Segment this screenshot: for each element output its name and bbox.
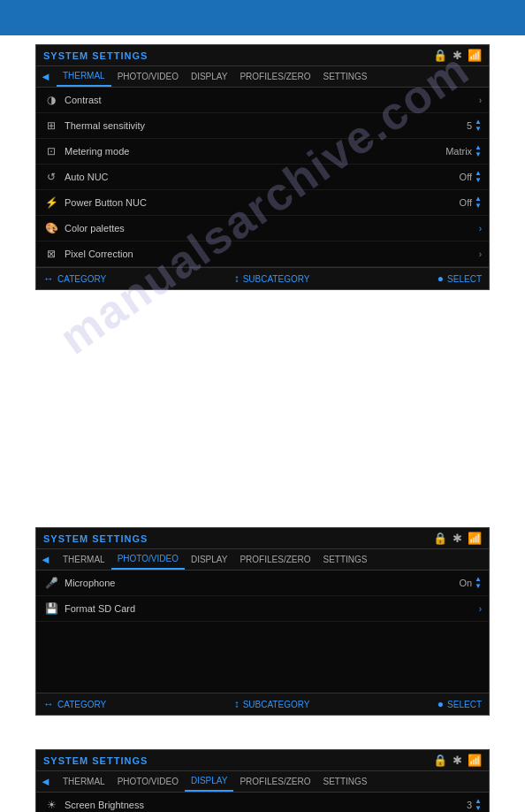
panel1-icons: 🔒 ✱ 📶 — [433, 49, 482, 62]
updown-icon: ▲▼ — [475, 119, 482, 133]
contrast-label: Contrast — [65, 95, 479, 105]
panel-photo-video: SYSTEM SETTINGS 🔒 ✱ 📶 ◄ THERMAL PHOTO/VI… — [35, 527, 490, 716]
power-button-nuc-value: Off ▲▼ — [460, 195, 482, 210]
menu-screen-brightness[interactable]: ☀ Screen Brightness 3 ▲▼ — [36, 793, 489, 812]
metering-mode-label: Metering mode — [65, 146, 445, 157]
tab-thermal[interactable]: THERMAL — [57, 66, 111, 87]
panel1-title: SYSTEM SETTINGS — [43, 50, 148, 61]
back-arrow[interactable]: ◄ — [40, 553, 51, 566]
footer-select: ● SELECT — [438, 272, 482, 285]
large-spacer-1 — [0, 306, 525, 527]
panel2-tabs: ◄ THERMAL PHOTO/VIDEO DISPLAY PROFILES/Z… — [36, 549, 489, 571]
menu-color-palettes[interactable]: 🎨 Color palettes › — [36, 216, 489, 241]
screen-brightness-value: 3 ▲▼ — [467, 798, 482, 812]
tab-display[interactable]: DISPLAY — [185, 550, 234, 569]
thermal-sensitivity-icon: ⊞ — [43, 118, 59, 134]
lock-icon: 🔒 — [433, 754, 447, 767]
menu-auto-nuc[interactable]: ↺ Auto NUC Off ▲▼ — [36, 165, 489, 190]
menu-pixel-correction[interactable]: ⊠ Pixel Correction › — [36, 241, 489, 267]
footer-subcategory: ↕ SUBCATEGORY — [234, 272, 310, 285]
panel-thermal: SYSTEM SETTINGS 🔒 ✱ 📶 ◄ THERMAL PHOTO/VI… — [35, 44, 490, 290]
color-palettes-icon: 🎨 — [43, 220, 59, 236]
wifi-icon: 📶 — [468, 49, 482, 62]
contrast-icon: ◑ — [43, 92, 59, 108]
contrast-arrow: › — [479, 96, 482, 105]
bluetooth-icon: ✱ — [453, 49, 462, 62]
tab-display[interactable]: DISPLAY — [185, 771, 234, 792]
back-arrow[interactable]: ◄ — [40, 70, 51, 83]
screen-brightness-label: Screen Brightness — [65, 800, 467, 810]
bluetooth-icon: ✱ — [453, 754, 462, 767]
tab-photo-video[interactable]: PHOTO/VIDEO — [111, 67, 185, 86]
tab-photo-video[interactable]: PHOTO/VIDEO — [111, 772, 185, 791]
tab-thermal[interactable]: THERMAL — [57, 550, 111, 569]
panel1-header: SYSTEM SETTINGS 🔒 ✱ 📶 — [36, 45, 489, 66]
tab-settings[interactable]: SETTINGS — [316, 67, 373, 86]
power-button-nuc-label: Power Button NUC — [65, 197, 460, 208]
microphone-icon: 🎤 — [43, 575, 59, 591]
menu-metering-mode[interactable]: ⊡ Metering mode Matrix ▲▼ — [36, 139, 489, 165]
tab-display[interactable]: DISPLAY — [185, 67, 234, 86]
screen-brightness-icon: ☀ — [43, 797, 59, 812]
select-label: SELECT — [447, 700, 482, 709]
panel-display: SYSTEM SETTINGS 🔒 ✱ 📶 ◄ THERMAL PHOTO/VI… — [35, 749, 490, 812]
auto-nuc-value: Off ▲▼ — [460, 170, 482, 184]
wifi-icon: 📶 — [468, 754, 482, 767]
panel1-footer: ↔ CATEGORY ↕ SUBCATEGORY ● SELECT — [36, 267, 489, 289]
subcategory-label: SUBCATEGORY — [243, 700, 310, 709]
menu-power-button-nuc[interactable]: ⚡ Power Button NUC Off ▲▼ — [36, 190, 489, 216]
select-icon: ● — [438, 698, 444, 710]
panel2-footer: ↔ CATEGORY ↕ SUBCATEGORY ● SELECT — [36, 693, 489, 715]
auto-nuc-icon: ↺ — [43, 169, 59, 185]
subcategory-label: SUBCATEGORY — [243, 274, 310, 284]
color-palettes-label: Color palettes — [65, 223, 479, 234]
auto-nuc-label: Auto NUC — [65, 172, 460, 182]
microphone-label: Microphone — [65, 578, 459, 588]
bluetooth-icon: ✱ — [453, 532, 462, 545]
tab-profiles-zero[interactable]: PROFILES/ZERO — [233, 550, 316, 569]
metering-mode-value: Matrix ▲▼ — [445, 144, 482, 158]
panel2-title: SYSTEM SETTINGS — [43, 533, 148, 544]
panel3-title: SYSTEM SETTINGS — [43, 755, 148, 766]
category-icon: ↔ — [43, 698, 54, 710]
tab-thermal[interactable]: THERMAL — [57, 772, 111, 791]
thermal-sensitivity-label: Thermal sensitivity — [65, 120, 467, 131]
category-label: CATEGORY — [57, 274, 106, 284]
tab-profiles-zero[interactable]: PROFILES/ZERO — [233, 772, 316, 791]
updown-icon: ▲▼ — [475, 576, 482, 590]
lock-icon: 🔒 — [433, 49, 447, 62]
tab-profiles-zero[interactable]: PROFILES/ZERO — [233, 67, 316, 86]
footer-select: ● SELECT — [438, 698, 482, 710]
top-blue-bar — [0, 0, 525, 35]
tab-photo-video[interactable]: PHOTO/VIDEO — [111, 549, 185, 570]
menu-contrast[interactable]: ◑ Contrast › — [36, 88, 489, 113]
menu-thermal-sensitivity[interactable]: ⊞ Thermal sensitivity 5 ▲▼ — [36, 113, 489, 139]
panel3-header: SYSTEM SETTINGS 🔒 ✱ 📶 — [36, 750, 489, 771]
updown-icon: ▲▼ — [475, 195, 482, 210]
select-icon: ● — [438, 272, 444, 285]
color-palettes-arrow: › — [479, 224, 482, 234]
updown-icon: ▲▼ — [475, 170, 482, 184]
wifi-icon: 📶 — [468, 532, 482, 545]
empty-space — [36, 622, 489, 693]
select-label: SELECT — [447, 274, 482, 284]
subcategory-icon: ↕ — [234, 698, 240, 710]
menu-format-sd[interactable]: 💾 Format SD Card › — [36, 596, 489, 622]
footer-category: ↔ CATEGORY — [43, 698, 106, 710]
back-arrow[interactable]: ◄ — [40, 775, 51, 788]
metering-mode-icon: ⊡ — [43, 143, 59, 159]
tab-settings[interactable]: SETTINGS — [316, 772, 373, 791]
power-button-nuc-icon: ⚡ — [43, 195, 59, 211]
lock-icon: 🔒 — [433, 532, 447, 545]
pixel-correction-label: Pixel Correction — [65, 249, 479, 259]
footer-subcategory: ↕ SUBCATEGORY — [234, 698, 310, 710]
tab-settings[interactable]: SETTINGS — [316, 550, 373, 569]
panel2-icons: 🔒 ✱ 📶 — [433, 532, 482, 545]
format-sd-arrow: › — [479, 604, 482, 614]
thermal-sensitivity-value: 5 ▲▼ — [467, 119, 482, 133]
menu-microphone[interactable]: 🎤 Microphone On ▲▼ — [36, 571, 489, 596]
category-label: CATEGORY — [57, 700, 106, 709]
format-sd-label: Format SD Card — [65, 603, 479, 614]
panel3-tabs: ◄ THERMAL PHOTO/VIDEO DISPLAY PROFILES/Z… — [36, 771, 489, 793]
microphone-value: On ▲▼ — [459, 576, 482, 590]
